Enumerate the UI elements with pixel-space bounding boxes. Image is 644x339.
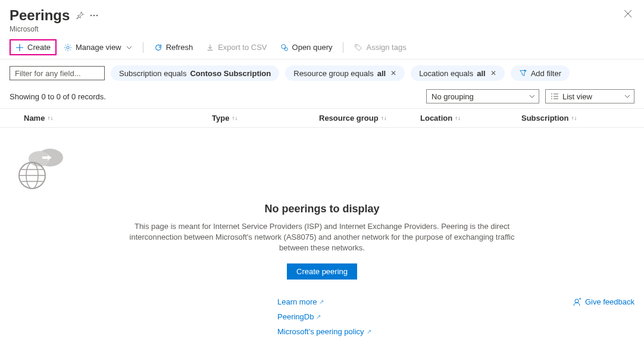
- manage-view-button[interactable]: Manage view: [58, 39, 138, 55]
- grouping-value: No grouping: [432, 92, 474, 101]
- column-name[interactable]: Name↑↓: [10, 114, 212, 123]
- feedback-icon: [572, 297, 582, 307]
- external-link-icon: ↗: [319, 299, 324, 305]
- plus-icon: [15, 43, 24, 52]
- pill-value: all: [377, 69, 386, 78]
- filter-pill-location[interactable]: Location equals all ✕: [411, 65, 505, 81]
- list-icon: [551, 93, 559, 100]
- empty-title: No peerings to display: [10, 203, 634, 215]
- toolbar-divider: [343, 42, 343, 53]
- filter-input[interactable]: [10, 66, 105, 80]
- page-subtitle: Microsoft: [10, 25, 634, 33]
- svg-point-0: [90, 15, 92, 16]
- remove-filter-icon[interactable]: ✕: [390, 69, 396, 77]
- feedback-label: Give feedback: [585, 297, 634, 306]
- add-filter-label: Add filter: [531, 69, 561, 78]
- gear-icon: [64, 43, 72, 52]
- filter-pill-subscription[interactable]: Subscription equals Contoso Subscription: [111, 65, 279, 81]
- give-feedback-button[interactable]: Give feedback: [572, 297, 634, 307]
- summary-row: Showing 0 to 0 of 0 records. No grouping…: [0, 87, 644, 108]
- more-icon[interactable]: [90, 14, 98, 17]
- create-peering-button[interactable]: Create peering: [287, 263, 357, 280]
- chevron-down-icon: [529, 95, 535, 98]
- open-query-button[interactable]: Open query: [274, 39, 339, 55]
- sort-icon: ↑↓: [232, 115, 237, 121]
- add-filter-button[interactable]: Add filter: [511, 65, 570, 81]
- empty-illustration: [10, 146, 634, 193]
- svg-point-2: [96, 15, 98, 16]
- svg-point-5: [285, 48, 287, 51]
- export-csv-button[interactable]: Export to CSV: [200, 39, 273, 55]
- record-count: Showing 0 to 0 of 0 records.: [10, 92, 106, 101]
- external-link-icon: ↗: [367, 328, 371, 335]
- close-button[interactable]: [621, 7, 634, 20]
- refresh-icon: [154, 43, 162, 52]
- refresh-button[interactable]: Refresh: [148, 39, 199, 55]
- query-icon: [280, 43, 289, 52]
- learn-more-link[interactable]: Learn more↗: [277, 297, 324, 306]
- column-subscription[interactable]: Subscription↑↓: [521, 114, 634, 123]
- create-button[interactable]: Create: [10, 39, 57, 55]
- links-row: Learn more↗ PeeringDb↗ Microsoft's peeri…: [0, 297, 644, 336]
- chevron-down-icon: [126, 46, 132, 49]
- svg-point-11: [575, 299, 579, 303]
- column-type[interactable]: Type↑↓: [212, 114, 319, 123]
- peering-policy-link[interactable]: Microsoft's peering policy↗: [277, 327, 371, 336]
- empty-description: This page is meant for Internet Service …: [120, 221, 524, 254]
- assign-tags-button[interactable]: Assign tags: [348, 39, 412, 55]
- pill-value: all: [477, 69, 485, 78]
- page-header: Peerings Microsoft: [0, 0, 644, 36]
- sort-icon: ↑↓: [47, 115, 53, 121]
- tag-icon: [354, 43, 362, 52]
- remove-filter-icon[interactable]: ✕: [490, 69, 496, 77]
- add-filter-icon: [519, 69, 527, 77]
- view-value: List view: [562, 92, 592, 101]
- svg-point-6: [357, 45, 358, 46]
- open-query-label: Open query: [292, 43, 333, 52]
- export-label: Export to CSV: [218, 43, 267, 52]
- view-select[interactable]: List view: [545, 89, 634, 103]
- manage-view-label: Manage view: [76, 43, 121, 52]
- empty-state: No peerings to display This page is mean…: [0, 128, 644, 285]
- pin-icon[interactable]: [76, 11, 84, 20]
- sort-icon: ↑↓: [455, 115, 461, 121]
- svg-point-3: [67, 46, 69, 48]
- external-link-icon: ↗: [316, 313, 321, 320]
- create-label: Create: [27, 43, 51, 52]
- refresh-label: Refresh: [166, 43, 193, 52]
- download-icon: [206, 43, 214, 52]
- pill-value: Contoso Subscription: [190, 69, 271, 78]
- sort-icon: ↑↓: [571, 115, 577, 121]
- peeringdb-link[interactable]: PeeringDb↗: [277, 312, 321, 321]
- page-title: Peerings: [10, 7, 70, 24]
- assign-tags-label: Assign tags: [366, 43, 406, 52]
- pill-prefix: Resource group equals: [293, 69, 373, 78]
- pill-prefix: Subscription equals: [119, 69, 186, 78]
- column-location[interactable]: Location↑↓: [420, 114, 521, 123]
- filter-pill-resource-group[interactable]: Resource group equals all ✕: [285, 65, 405, 81]
- sort-icon: ↑↓: [381, 115, 387, 121]
- filter-row: Subscription equals Contoso Subscription…: [0, 59, 644, 87]
- chevron-down-icon: [624, 95, 630, 98]
- table-header: Name↑↓ Type↑↓ Resource group↑↓ Location↑…: [0, 108, 644, 128]
- grouping-select[interactable]: No grouping: [426, 89, 539, 103]
- toolbar: Create Manage view Refresh Export to CSV…: [0, 36, 644, 59]
- pill-prefix: Location equals: [419, 69, 473, 78]
- svg-point-1: [93, 15, 95, 16]
- toolbar-divider: [143, 42, 143, 53]
- column-resource-group[interactable]: Resource group↑↓: [319, 114, 420, 123]
